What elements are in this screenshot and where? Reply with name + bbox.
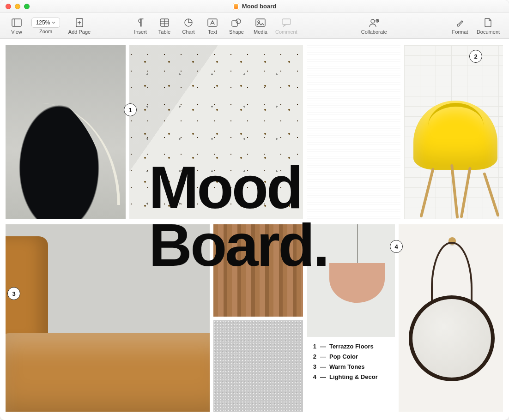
legend-row: 2—Pop Color <box>310 352 392 362</box>
callout-badge-1[interactable]: 1 <box>124 103 137 116</box>
comment-button[interactable]: Comment <box>273 17 300 35</box>
add-page-button[interactable]: Add Page <box>63 17 96 35</box>
table-button[interactable]: Table <box>152 17 176 35</box>
add-page-label: Add Page <box>68 29 91 35</box>
image-wood[interactable] <box>213 224 303 317</box>
image-terrazzo[interactable] <box>129 45 303 219</box>
collaborate-label: Collaborate <box>361 29 387 35</box>
table-icon <box>160 17 169 28</box>
image-pendant-lamp[interactable] <box>307 224 395 337</box>
collaborate-button[interactable]: Collaborate <box>356 17 393 35</box>
image-fur[interactable] <box>213 320 303 412</box>
svg-point-16 <box>371 19 375 23</box>
chart-label: Chart <box>182 29 195 35</box>
text-label: Text <box>208 29 217 35</box>
window-title: Mood board <box>0 3 509 10</box>
svg-rect-15 <box>282 19 291 24</box>
textbox-icon <box>207 17 218 28</box>
format-button[interactable]: Format <box>448 17 472 35</box>
callout-badge-4[interactable]: 4 <box>390 240 403 253</box>
svg-point-12 <box>236 19 241 24</box>
page: 1—Terrazzo Floors 2—Pop Color 3—Warm Ton… <box>6 45 503 414</box>
svg-point-14 <box>258 21 260 23</box>
window-controls <box>0 4 30 9</box>
chart-button[interactable]: Chart <box>176 17 200 35</box>
legend-row: 4—Lighting & Decor <box>310 372 392 382</box>
document-canvas[interactable]: 1—Terrazzo Floors 2—Pop Color 3—Warm Ton… <box>0 39 509 420</box>
image-sofa[interactable] <box>6 224 210 412</box>
zoom-select[interactable]: 125% <box>31 18 60 28</box>
image-icon <box>255 17 266 28</box>
text-button[interactable]: Text <box>200 17 224 35</box>
zoom-value: 125% <box>36 19 50 26</box>
window-title-text: Mood board <box>242 3 276 10</box>
pilcrow-icon <box>136 17 145 28</box>
legend-box[interactable]: 1—Terrazzo Floors 2—Pop Color 3—Warm Ton… <box>307 337 395 412</box>
shape-label: Shape <box>229 29 244 35</box>
minimize-button[interactable] <box>15 4 20 9</box>
svg-rect-0 <box>12 19 21 26</box>
fullscreen-button[interactable] <box>24 4 30 9</box>
insert-button[interactable]: Insert <box>128 17 152 35</box>
legend-row: 1—Terrazzo Floors <box>310 342 392 352</box>
brush-icon <box>455 17 465 28</box>
shape-icon <box>231 17 242 28</box>
legend-row: 3—Warm Tones <box>310 362 392 372</box>
svg-rect-11 <box>232 21 237 26</box>
pie-icon <box>184 17 193 28</box>
collaborate-icon <box>369 17 380 28</box>
comment-icon <box>282 17 291 28</box>
app-window: Mood board View 125% Zoom Add Page <box>0 0 509 420</box>
callout-badge-3[interactable]: 3 <box>7 287 20 300</box>
chevron-down-icon <box>52 21 55 24</box>
insert-label: Insert <box>134 29 147 35</box>
zoom-label: Zoom <box>39 29 52 34</box>
view-label: View <box>11 29 22 35</box>
close-button[interactable] <box>6 4 11 9</box>
image-concrete[interactable] <box>307 45 400 219</box>
format-label: Format <box>452 29 468 35</box>
table-label: Table <box>158 29 170 35</box>
document-icon <box>233 3 239 10</box>
document-label: Document <box>477 29 500 35</box>
svg-rect-10 <box>208 19 217 26</box>
callout-badge-2[interactable]: 2 <box>469 50 482 63</box>
document-icon <box>484 17 492 28</box>
shape-button[interactable]: Shape <box>224 17 248 35</box>
image-yellow-chair[interactable] <box>404 45 503 219</box>
titlebar: Mood board <box>0 0 509 13</box>
comment-label: Comment <box>275 29 297 35</box>
document-button[interactable]: Document <box>472 17 504 35</box>
view-button[interactable]: View <box>5 17 29 35</box>
zoom-button[interactable]: 125% Zoom <box>29 18 63 34</box>
media-button[interactable]: Media <box>248 17 273 35</box>
image-dark-chair[interactable] <box>6 45 126 219</box>
toolbar: View 125% Zoom Add Page Insert <box>0 13 509 39</box>
media-label: Media <box>254 29 267 35</box>
add-page-icon <box>75 17 84 28</box>
image-mirror[interactable] <box>399 224 503 412</box>
sidebar-icon <box>12 17 22 28</box>
